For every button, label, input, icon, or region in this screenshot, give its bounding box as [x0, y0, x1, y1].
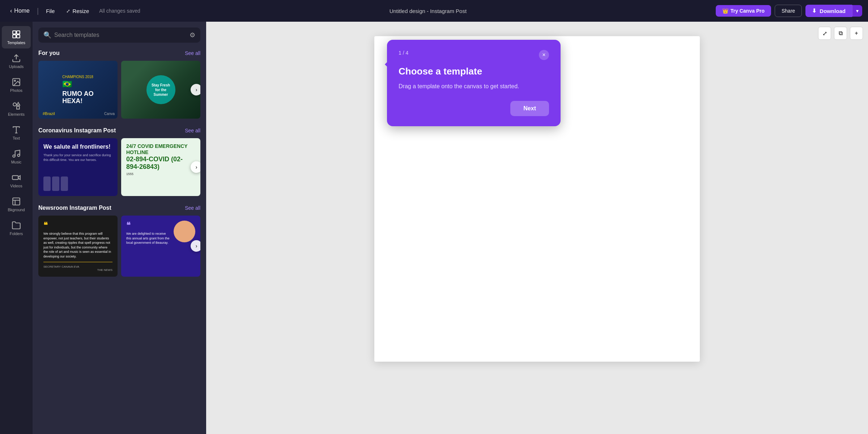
share-button[interactable]: Share	[775, 5, 802, 17]
coronavirus-scroll-arrow[interactable]: ›	[191, 161, 200, 173]
home-label: Home	[14, 8, 30, 14]
news-divider	[43, 262, 112, 262]
for-you-section-header: For you See all	[38, 50, 200, 56]
sidebar-item-background[interactable]: Bkground	[2, 193, 31, 216]
covid-hotline-number: 02-894-COVID (02-894-26843)	[126, 156, 195, 171]
svg-point-12	[13, 155, 15, 157]
video-icon	[12, 173, 21, 182]
sidebar-item-photos[interactable]: Photos	[2, 74, 31, 96]
news-purple-text: We are delighted to receive this annual …	[126, 231, 171, 245]
tooltip-description: Drag a template onto the canvas to get s…	[399, 82, 549, 91]
news-dark-text: We strongly believe that this program wi…	[43, 231, 112, 259]
brazil-card-content: CHAMPIONS 2018 🇧🇷 RUMO AO HEXA!	[58, 71, 98, 109]
download-button[interactable]: ⬇ Download	[805, 5, 852, 17]
sidebar-item-label: Folders	[10, 231, 23, 236]
svg-marker-9	[17, 102, 20, 105]
canvas-toolbar: ⤢ ⧉ +	[818, 27, 863, 40]
add-page-button[interactable]: +	[850, 27, 863, 40]
tooltip-counter: 1 / 4	[399, 50, 408, 56]
fruits-template-card[interactable]: Stay Fresh for the Summer	[121, 61, 200, 119]
topbar-right: 👑 Try Canva Pro Share ⬇ Download ▾	[716, 5, 862, 17]
news-byline: SECRETARY CANAVA EVA	[43, 265, 112, 268]
covid-figure-1	[43, 176, 51, 191]
coronavirus-section-header: Coronavirus Instagram Post See all	[38, 127, 200, 134]
home-button[interactable]: ‹ Home	[6, 5, 34, 16]
shapes-icon	[12, 101, 21, 111]
search-input[interactable]	[54, 32, 187, 38]
fruits-bg: Stay Fresh for the Summer	[121, 61, 200, 119]
sidebar-item-label: Videos	[10, 184, 22, 188]
chevron-left-icon: ‹	[10, 8, 12, 14]
filter-button[interactable]: ⚙	[190, 31, 195, 39]
expand-canvas-button[interactable]: ⤢	[818, 27, 831, 40]
news-purple-text-col: ❝ We are delighted to receive this annua…	[126, 221, 171, 245]
covid-sub-number: 1555	[126, 172, 195, 176]
share-label: Share	[782, 8, 795, 14]
autosave-status: All changes saved	[99, 8, 140, 14]
tooltip-next-button[interactable]: Next	[510, 101, 549, 116]
tooltip-header: 1 / 4 ×	[399, 50, 549, 60]
file-label: File	[46, 8, 55, 14]
newsroom-grid: ❝ We strongly believe that this program …	[38, 216, 200, 277]
sidebar-item-label: Text	[13, 136, 20, 140]
for-you-scroll-arrow[interactable]: ›	[191, 84, 200, 95]
sidebar-item-uploads[interactable]: Uploads	[2, 50, 31, 72]
tooltip-close-button[interactable]: ×	[539, 50, 549, 60]
news-dark-quote: ❝	[43, 221, 112, 230]
svg-point-6	[14, 80, 16, 81]
svg-rect-3	[17, 35, 20, 38]
sidebar-item-elements[interactable]: Elements	[2, 98, 31, 120]
music-icon	[12, 149, 21, 158]
resize-label: Resize	[72, 8, 89, 14]
brazil-flag: 🇧🇷	[62, 80, 93, 89]
brazil-template-card[interactable]: CHAMPIONS 2018 🇧🇷 RUMO AO HEXA! #Brazil …	[38, 61, 118, 119]
download-chevron-button[interactable]: ▾	[852, 5, 862, 17]
main-layout: Templates Uploads Photos Elements Text	[0, 22, 868, 434]
covid-dark-template-card[interactable]: We salute all frontliners! Thank you for…	[38, 138, 118, 196]
newsroom-section-header: Newsroom Instagram Post See all	[38, 205, 200, 211]
for-you-see-all[interactable]: See all	[185, 50, 200, 56]
upload-icon	[12, 54, 21, 63]
coronavirus-title: Coronavirus Instagram Post	[38, 127, 116, 134]
news-purple-template-card[interactable]: ❝ We are delighted to receive this annua…	[121, 216, 200, 277]
sidebar-item-music[interactable]: Music	[2, 145, 31, 168]
file-button[interactable]: File	[42, 6, 59, 16]
expand-icon: ⤢	[822, 30, 827, 37]
sidebar-item-label: Photos	[10, 88, 22, 93]
covid-light-title: 24/7 COVID EMERGENCY HOTLINE	[126, 143, 195, 156]
news-dark-footer: SECRETARY CANAVA EVA THE NEWS	[43, 259, 112, 272]
fruits-circle: Stay Fresh for the Summer	[146, 75, 175, 104]
topbar-left: ‹ Home | File ⤢ Resize All changes saved	[6, 5, 140, 16]
sidebar-item-folders[interactable]: Folders	[2, 217, 31, 239]
add-icon: +	[855, 30, 858, 37]
tooltip-title: Choose a template	[399, 66, 549, 77]
filter-icon: ⚙	[190, 31, 195, 39]
coronavirus-see-all[interactable]: See all	[185, 128, 200, 133]
svg-rect-0	[13, 31, 16, 34]
sidebar-item-templates[interactable]: Templates	[2, 26, 31, 48]
try-pro-label: Try Canva Pro	[731, 8, 765, 14]
crown-icon: 👑	[722, 8, 728, 14]
close-icon: ×	[542, 52, 545, 58]
duplicate-canvas-button[interactable]: ⧉	[834, 27, 847, 40]
newsroom-see-all[interactable]: See all	[185, 205, 200, 211]
svg-rect-2	[13, 35, 16, 38]
covid-light-template-card[interactable]: 24/7 COVID EMERGENCY HOTLINE 02-894-COVI…	[121, 138, 200, 196]
svg-point-13	[17, 154, 20, 157]
newsroom-scroll-arrow[interactable]: ›	[191, 240, 200, 252]
sidebar-item-videos[interactable]: Videos	[2, 169, 31, 192]
sidebar-item-label: Templates	[7, 41, 25, 45]
search-bar: 🔍 ⚙	[38, 27, 200, 43]
try-pro-button[interactable]: 👑 Try Canva Pro	[716, 5, 771, 17]
sidebar-item-text[interactable]: Text	[2, 122, 31, 144]
news-dark-template-card[interactable]: ❝ We strongly believe that this program …	[38, 216, 118, 277]
background-icon	[12, 197, 21, 206]
chevron-down-icon: ▾	[856, 8, 859, 14]
folder-icon	[12, 221, 21, 230]
for-you-grid: CHAMPIONS 2018 🇧🇷 RUMO AO HEXA! #Brazil …	[38, 61, 200, 119]
news-purple-avatar	[174, 221, 195, 242]
image-icon	[12, 77, 21, 87]
topbar: ‹ Home | File ⤢ Resize All changes saved…	[0, 0, 868, 22]
resize-button[interactable]: ⤢ Resize	[62, 6, 93, 16]
document-title: Untitled design - Instagram Post	[145, 8, 711, 14]
